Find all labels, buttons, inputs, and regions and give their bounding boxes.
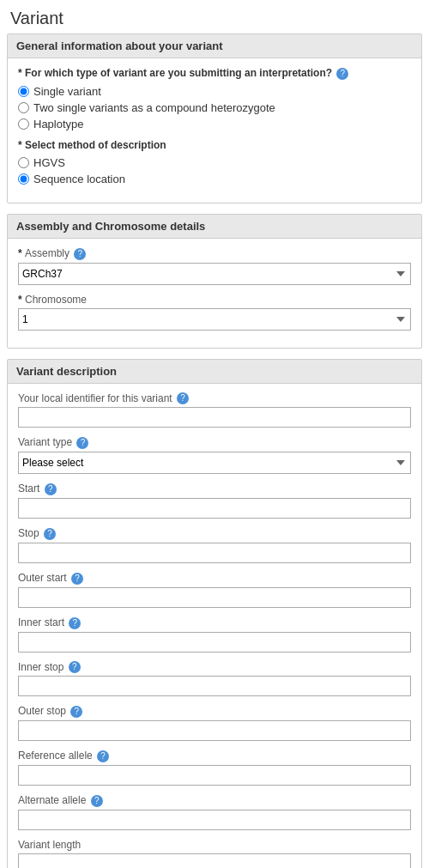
variant-type-question-help-icon[interactable]: ? [336,68,348,80]
inner-start-group: Inner start ? [18,616,411,653]
outer-stop-input[interactable] [18,720,411,741]
variant-description-header: Variant description [8,360,421,384]
outer-start-input[interactable] [18,587,411,608]
outer-start-group: Outer start ? [18,572,411,608]
required-star: * For which type of variant are you subm… [18,67,332,79]
inner-stop-input[interactable] [18,676,411,696]
single-variant-label: Single variant [33,85,101,98]
chromosome-select[interactable]: 1 2 3 4 5 6 7 8 9 10 11 12 13 14 15 16 1… [18,308,411,331]
assembly-help-icon[interactable]: ? [74,248,86,260]
local-identifier-help-icon[interactable]: ? [177,392,189,404]
alternate-allele-group: Alternate allele ? [18,794,411,830]
alternate-allele-help-icon[interactable]: ? [91,795,103,807]
local-identifier-label: Your local identifier for this variant ? [18,392,411,405]
inner-stop-help-icon[interactable]: ? [69,661,81,673]
general-section-header: General information about your variant [8,34,421,58]
assembly-select[interactable]: GRCh37 GRCh38 [18,263,411,285]
description-method-radio-group: HGVS Sequence location [18,156,411,185]
haplotype-variant-label: Haplotype [33,118,84,131]
sequence-location-option[interactable]: Sequence location [18,173,411,185]
start-group: Start ? [18,483,411,519]
variant-length-group: Variant length [18,839,411,868]
variant-description-section: Variant description Your local identifie… [7,359,422,868]
chromosome-field-group: * Chromosome 1 2 3 4 5 6 7 8 9 10 11 12 … [18,294,411,331]
stop-group: Stop ? [18,527,411,563]
outer-stop-help-icon[interactable]: ? [70,706,82,718]
hgvs-option[interactable]: HGVS [18,156,411,169]
hgvs-radio[interactable] [18,157,29,168]
inner-stop-label: Inner stop ? [18,661,411,674]
inner-start-help-icon[interactable]: ? [69,617,81,629]
inner-stop-group: Inner stop ? [18,661,411,697]
inner-start-label: Inner start ? [18,616,411,629]
stop-help-icon[interactable]: ? [44,528,56,540]
sequence-location-radio[interactable] [18,173,29,185]
general-section-body: * For which type of variant are you subm… [8,58,421,203]
hgvs-label: HGVS [33,156,65,169]
variant-length-label: Variant length [18,839,411,851]
alternate-allele-input[interactable] [18,810,411,830]
variant-type-select[interactable]: Please select Deletion Duplication Indel… [18,452,411,474]
sequence-location-label: Sequence location [33,173,125,185]
start-help-icon[interactable]: ? [45,483,57,495]
single-variant-option[interactable]: Single variant [18,85,411,98]
outer-stop-group: Outer stop ? [18,705,411,741]
assembly-chromosome-section: Assembly and Chromosome details * Assemb… [7,214,422,349]
variant-type-select-help-icon[interactable]: ? [76,437,88,449]
stop-label: Stop ? [18,527,411,540]
reference-allele-help-icon[interactable]: ? [97,750,109,762]
variant-type-question-group: * For which type of variant are you subm… [18,67,411,131]
start-label: Start ? [18,483,411,495]
variant-description-body: Your local identifier for this variant ?… [8,384,421,868]
chromosome-label: * Chromosome [18,294,411,306]
compound-variant-label: Two single variants as a compound hetero… [33,101,275,114]
assembly-label: * Assembly ? [18,247,411,260]
local-identifier-group: Your local identifier for this variant ? [18,392,411,428]
outer-start-help-icon[interactable]: ? [71,573,83,585]
assembly-section-body: * Assembly ? GRCh37 GRCh38 * Chromosome … [8,239,421,348]
haplotype-variant-radio[interactable] [18,118,29,130]
page-title: Variant [0,0,429,33]
reference-allele-label: Reference allele ? [18,750,411,762]
assembly-field-group: * Assembly ? GRCh37 GRCh38 [18,247,411,285]
description-method-group: * Select method of description HGVS Sequ… [18,139,411,185]
inner-start-input[interactable] [18,632,411,653]
reference-allele-group: Reference allele ? [18,750,411,786]
outer-start-label: Outer start ? [18,572,411,585]
outer-stop-label: Outer stop ? [18,705,411,718]
haplotype-variant-option[interactable]: Haplotype [18,118,411,131]
stop-input[interactable] [18,543,411,563]
desc-required-star: * Select method of description [18,139,166,151]
local-identifier-input[interactable] [18,407,411,428]
variant-length-input[interactable] [18,853,411,868]
assembly-section-header: Assembly and Chromosome details [8,215,421,239]
variant-type-select-label: Variant type ? [18,436,411,449]
variant-type-radio-group: Single variant Two single variants as a … [18,85,411,131]
description-method-question: * Select method of description [18,139,411,151]
alternate-allele-label: Alternate allele ? [18,794,411,807]
general-information-section: General information about your variant *… [7,33,422,203]
variant-type-question: * For which type of variant are you subm… [18,67,411,80]
compound-variant-option[interactable]: Two single variants as a compound hetero… [18,101,411,114]
reference-allele-input[interactable] [18,765,411,786]
start-input[interactable] [18,498,411,519]
variant-type-select-group: Variant type ? Please select Deletion Du… [18,436,411,474]
single-variant-radio[interactable] [18,86,29,97]
compound-variant-radio[interactable] [18,102,29,113]
